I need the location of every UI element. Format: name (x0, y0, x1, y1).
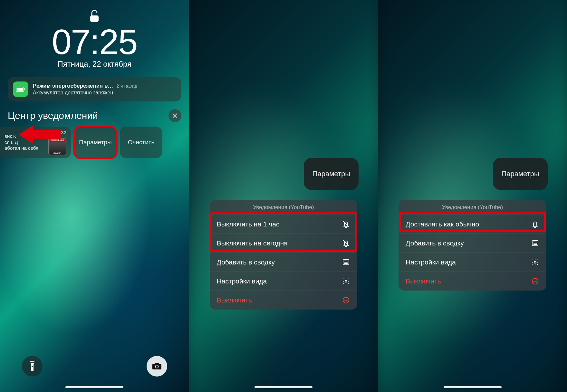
gear-icon (342, 277, 350, 285)
panel-options-menu-deliver: Параметры Уведомления (YouTube) Доставля… (378, 0, 567, 392)
bell-slash-icon (342, 239, 350, 247)
svg-point-7 (156, 365, 158, 368)
battery-icon (13, 81, 28, 97)
camera-button[interactable] (147, 356, 167, 377)
notification-options-menu: Уведомления (YouTube) Доставлять как обы… (399, 200, 546, 291)
menu-header: Уведомления (YouTube) (399, 200, 546, 215)
options-button[interactable]: Параметры (74, 127, 117, 158)
view-settings-label: Настройки вида (217, 277, 267, 285)
notif-body: Аккумулятор достаточно заряжен. (33, 90, 176, 96)
notif-title: Режим энергосбережения в… (33, 82, 113, 90)
turn-off-label: Выключить (406, 277, 441, 285)
bell-slash-icon (342, 220, 350, 228)
svg-point-12 (534, 261, 536, 263)
panel-options-menu-mute: Параметры Уведомления (YouTube) Выключит… (189, 0, 378, 392)
flashlight-button[interactable] (22, 356, 43, 377)
mute-today-item[interactable]: Выключить на сегодня (210, 234, 358, 253)
options-chip[interactable]: Параметры (493, 158, 548, 190)
close-button[interactable] (168, 109, 181, 122)
turn-off-label: Выключить (217, 296, 252, 304)
mute-1-hour-item[interactable]: Выключить на 1 час (210, 215, 358, 234)
deliver-normally-item[interactable]: Доставлять как обычно (399, 215, 546, 234)
mute-1-hour-label: Выключить на 1 час (217, 220, 280, 228)
notif-time: 2 ч назад (116, 83, 137, 89)
svg-rect-2 (17, 88, 23, 91)
notification-thumbnail: ПСЙ НОВЫЙ 1 2022 Ж (48, 138, 66, 155)
turn-off-item[interactable]: Выключить (399, 272, 546, 291)
newspaper-icon (531, 239, 539, 247)
add-to-summary-label: Добавить в сводку (217, 258, 275, 266)
home-indicator[interactable] (255, 386, 312, 388)
gear-icon (531, 258, 539, 266)
panel-lockscreen: 07:25 Пятница, 22 октября Режим энергосб… (0, 0, 189, 392)
lock-time: 07:25 (0, 21, 189, 62)
notification-center-title: Центр уведомлений (8, 110, 98, 121)
clear-button[interactable]: Очистить (120, 127, 162, 158)
add-to-summary-label: Добавить в сводку (406, 239, 464, 247)
minus-circle-icon (531, 277, 539, 285)
menu-header: Уведомления (YouTube) (210, 200, 358, 215)
svg-rect-5 (30, 362, 34, 363)
options-chip[interactable]: Параметры (304, 158, 359, 190)
turn-off-item[interactable]: Выключить (210, 291, 358, 310)
svg-point-4 (32, 366, 33, 367)
swiped-notification[interactable]: Вчера, 23:32 вик К сяч. Д аботая на себя… (0, 127, 71, 158)
view-settings-item[interactable]: Настройки вида (210, 272, 358, 291)
battery-notification[interactable]: Режим энергосбережения в… 2 ч назад Акку… (8, 77, 181, 101)
newspaper-icon (342, 258, 350, 266)
lock-date: Пятница, 22 октября (0, 60, 189, 69)
bell-icon (531, 220, 539, 228)
notification-options-menu: Уведомления (YouTube) Выключить на 1 час… (210, 200, 358, 310)
view-settings-label: Настройки вида (406, 258, 456, 266)
home-indicator[interactable] (444, 386, 502, 388)
home-indicator[interactable] (65, 386, 123, 388)
mute-today-label: Выключить на сегодня (217, 239, 288, 247)
swiped-timestamp: Вчера, 23:32 (38, 130, 66, 136)
deliver-normally-label: Доставлять как обычно (406, 220, 479, 228)
view-settings-item[interactable]: Настройки вида (399, 253, 546, 272)
svg-point-9 (345, 280, 347, 282)
svg-rect-0 (90, 15, 99, 22)
add-to-summary-item[interactable]: Добавить в сводку (210, 253, 358, 272)
minus-circle-icon (342, 296, 350, 304)
swiped-notification-row: Вчера, 23:32 вик К сяч. Д аботая на себя… (0, 127, 189, 158)
svg-rect-3 (24, 88, 25, 90)
add-to-summary-item[interactable]: Добавить в сводку (399, 234, 546, 253)
